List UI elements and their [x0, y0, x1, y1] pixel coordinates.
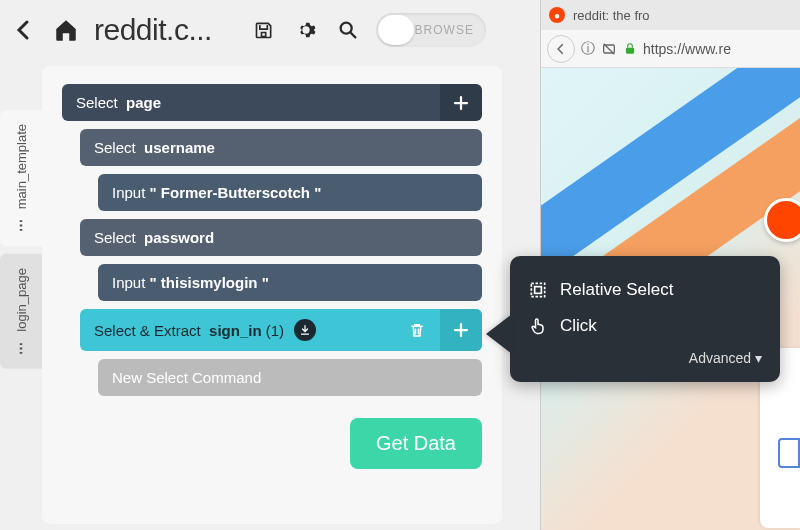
search-icon[interactable]	[334, 16, 362, 44]
page-title: reddit.c...	[94, 13, 212, 47]
svg-rect-3	[531, 283, 544, 296]
lock-icon	[623, 42, 637, 56]
home-icon[interactable]	[52, 16, 80, 44]
cmd-new-select[interactable]: New Select Command	[98, 359, 482, 396]
browse-toggle[interactable]: BROWSE	[376, 13, 486, 47]
cmd-select-username[interactable]: Select username	[80, 129, 482, 166]
info-icon[interactable]: ⓘ	[581, 40, 595, 58]
caret-down-icon: ▾	[755, 350, 762, 366]
tab-menu-icon: ⋯	[14, 217, 29, 232]
tab-main-template[interactable]: ⋯ main_template	[0, 110, 42, 246]
signin-highlight	[778, 438, 800, 468]
url-text[interactable]: https://www.re	[643, 41, 731, 57]
cmd-extract-signin[interactable]: Select & Extract sign_in (1)	[80, 309, 482, 351]
cmd-input-password[interactable]: Input " thisismylogin "	[98, 264, 482, 301]
svg-rect-4	[535, 287, 542, 294]
download-icon[interactable]	[294, 319, 316, 341]
tracker-icon[interactable]	[601, 41, 617, 57]
browser-tab[interactable]: ● reddit: the fro	[541, 0, 800, 30]
gear-icon[interactable]	[292, 16, 320, 44]
context-popup: Relative Select Click Advanced ▾	[510, 256, 780, 382]
browser-back-icon[interactable]	[547, 35, 575, 63]
tab-menu-icon: ⋯	[14, 340, 29, 355]
hand-click-icon	[528, 316, 548, 336]
save-icon[interactable]	[250, 16, 278, 44]
toggle-label: BROWSE	[415, 23, 474, 37]
back-arrow-icon[interactable]	[10, 16, 38, 44]
get-data-button[interactable]: Get Data	[350, 418, 482, 469]
cmd-select-password[interactable]: Select password	[80, 219, 482, 256]
select-box-icon	[528, 280, 548, 300]
popup-relative-select[interactable]: Relative Select	[528, 272, 762, 308]
toggle-knob	[378, 15, 414, 45]
popup-advanced[interactable]: Advanced ▾	[528, 344, 762, 366]
svg-rect-2	[626, 47, 634, 53]
trash-icon[interactable]	[408, 321, 426, 339]
address-bar: ⓘ https://www.re	[541, 30, 800, 68]
tab-login-page[interactable]: ⋯ login_page	[0, 254, 42, 369]
command-panel: Select page Select username Input " Form…	[42, 66, 502, 524]
add-icon[interactable]	[440, 309, 482, 351]
add-icon[interactable]	[440, 84, 482, 121]
reddit-favicon-icon: ●	[549, 7, 565, 23]
cmd-input-username[interactable]: Input " Former-Butterscotch "	[98, 174, 482, 211]
popup-click[interactable]: Click	[528, 308, 762, 344]
template-tabs: ⋯ main_template ⋯ login_page	[0, 60, 42, 530]
cmd-select-page[interactable]: Select page	[62, 84, 482, 121]
reddit-logo-icon	[764, 198, 800, 242]
